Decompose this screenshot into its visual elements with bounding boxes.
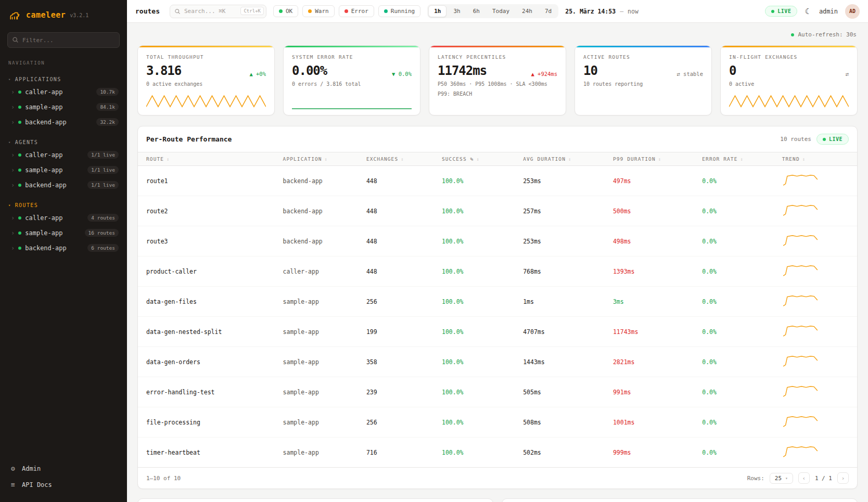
sort-icon: ↕ (740, 157, 744, 162)
trend-sparkline-icon (782, 264, 819, 277)
column-header-p99-duration[interactable]: P99 DURATION↕ (605, 152, 694, 166)
trend-sparkline-icon (782, 415, 819, 428)
cell-error-rate: 0.0% (694, 347, 773, 377)
sidebar-item-routes-backend-app[interactable]: › backend-app 6 routes (0, 240, 127, 255)
auto-refresh-label: Auto-refresh: 30s (798, 31, 857, 38)
column-header-exchanges[interactable]: EXCHANGES↕ (358, 152, 433, 166)
sidebar-filter-input[interactable] (7, 32, 120, 48)
column-header-success[interactable]: SUCCESS %↕ (433, 152, 515, 166)
chevron-right-icon: › (11, 119, 15, 126)
item-badge: 6 routes (87, 244, 119, 252)
sidebar-item-applications-caller-app[interactable]: › caller-app 10.7k (0, 84, 127, 99)
table-row-error-handling-test[interactable]: error-handling-test sample-app 239 100.0… (138, 377, 857, 407)
filter-chip-warn[interactable]: Warn (302, 5, 335, 17)
cell-avg-duration: 253ms (515, 166, 605, 196)
kpi-value: 3.816 (146, 65, 181, 77)
live-badge[interactable]: LIVE (765, 6, 797, 17)
cell-p99-duration: 1001ms (605, 407, 694, 437)
sidebar-item-applications-sample-app[interactable]: › sample-app 84.1k (0, 99, 127, 114)
cell-error-rate: 0.0% (694, 287, 773, 317)
section-header-routes[interactable]: ▾ ROUTES (0, 199, 127, 210)
cell-exchanges: 448 (358, 226, 433, 256)
sort-icon: ↕ (167, 157, 170, 162)
filter-chip-error[interactable]: Error (339, 5, 374, 17)
time-display[interactable]: 25. März 14:53 — now (565, 8, 639, 15)
app-logo[interactable]: cameleer v3.2.1 (0, 0, 127, 29)
filter-chip-ok[interactable]: OK (273, 5, 298, 17)
breadcrumb: routes (135, 7, 160, 15)
table-row-timer-heartbeat[interactable]: timer-heartbeat sample-app 716 100.0% 50… (138, 437, 857, 468)
cell-p99-duration: 497ms (605, 166, 694, 196)
kpi-delta: ▼ 0.0% (392, 71, 412, 77)
app-root: cameleer v3.2.1 NAVIGATION ▾ APPLICATION… (0, 0, 868, 502)
cell-success: 100.0% (433, 407, 515, 437)
table-row-product-caller[interactable]: product-caller caller-app 448 100.0% 768… (138, 256, 857, 287)
cell-avg-duration: 257ms (515, 196, 605, 226)
cell-error-rate: 0.0% (694, 437, 773, 468)
pagination-range: 1–10 of 10 (146, 475, 181, 482)
status-dot-icon (18, 91, 21, 94)
rows-per-page-select[interactable]: 25 ▾ (770, 473, 793, 484)
sidebar-item-agents-caller-app[interactable]: › caller-app 1/1 live (0, 147, 127, 162)
cell-success: 100.0% (433, 437, 515, 468)
cell-success: 100.0% (433, 377, 515, 407)
cell-application: sample-app (275, 377, 358, 407)
kpi-delta: ▲ +0% (249, 71, 266, 77)
dark-mode-toggle[interactable]: ☾ (805, 7, 811, 15)
table-row-route3[interactable]: route3 backend-app 448 100.0% 253ms 498m… (138, 226, 857, 256)
column-header-application[interactable]: APPLICATION↕ (275, 152, 358, 166)
app-version: v3.2.1 (70, 12, 88, 18)
section-header-agents[interactable]: ▾ AGENTS (0, 136, 127, 147)
range-button-today[interactable]: Today (487, 5, 515, 17)
table-row-data-gen-files[interactable]: data-gen-files sample-app 256 100.0% 1ms… (138, 287, 857, 317)
column-header-avg-duration[interactable]: AVG DURATION↕ (515, 152, 605, 166)
chevron-left-icon: ‹ (802, 475, 806, 482)
kpi-accent-bar (284, 46, 420, 47)
status-dot-icon (279, 9, 283, 13)
cell-route: data-gen-orders (138, 347, 275, 377)
table-row-data-gen-orders[interactable]: data-gen-orders sample-app 358 100.0% 14… (138, 347, 857, 377)
chevron-right-icon: › (11, 88, 15, 96)
range-button-1h[interactable]: 1h (428, 5, 446, 17)
table-row-route1[interactable]: route1 backend-app 448 100.0% 253ms 497m… (138, 166, 857, 196)
section-header-applications[interactable]: ▾ APPLICATIONS (0, 73, 127, 84)
page-indicator: 1 / 1 (815, 475, 832, 482)
filter-chip-running[interactable]: Running (378, 5, 420, 17)
sidebar-item-agents-sample-app[interactable]: › sample-app 1/1 live (0, 162, 127, 177)
sidebar-admin[interactable]: ⚙ Admin (0, 460, 127, 477)
table-row-file-processing[interactable]: file-processing sample-app 256 100.0% 50… (138, 407, 857, 437)
column-header-trend[interactable]: TREND↕ (774, 152, 857, 166)
time-separator: — (620, 8, 623, 15)
column-header-error-rate[interactable]: ERROR RATE↕ (694, 152, 773, 166)
search-box: Ctrl+K (170, 5, 266, 18)
sidebar-item-agents-backend-app[interactable]: › backend-app 1/1 live (0, 177, 127, 192)
avatar[interactable]: AD (845, 4, 860, 19)
trend-sparkline-icon (782, 203, 819, 217)
sidebar-item-applications-backend-app[interactable]: › backend-app 32.2k (0, 114, 127, 130)
next-page-button[interactable]: › (837, 472, 849, 484)
cell-success: 100.0% (433, 287, 515, 317)
sidebar-sections: ▾ APPLICATIONS › caller-app 10.7k › samp… (0, 67, 127, 255)
range-button-6h[interactable]: 6h (467, 5, 486, 17)
range-button-3h[interactable]: 3h (448, 5, 466, 17)
item-badge: 16 routes (85, 229, 119, 237)
topbar: routes Ctrl+K OK Warn Error Running 1h 3 (127, 0, 868, 23)
trend-sparkline-icon (782, 234, 819, 247)
range-button-7d[interactable]: 7d (539, 5, 557, 17)
chevron-right-icon: › (11, 182, 15, 189)
prev-page-button[interactable]: ‹ (798, 472, 810, 484)
trend-sparkline-icon (782, 294, 819, 307)
column-header-route[interactable]: ROUTE↕ (138, 152, 275, 166)
range-button-24h[interactable]: 24h (516, 5, 538, 17)
chevron-right-icon: › (11, 166, 15, 174)
cell-avg-duration: 768ms (515, 256, 605, 287)
cell-exchanges: 239 (358, 377, 433, 407)
cell-route: file-processing (138, 407, 275, 437)
table-row-data-gen-nested-split[interactable]: data-gen-nested-split sample-app 199 100… (138, 317, 857, 347)
chevron-right-icon: › (11, 244, 15, 252)
sidebar-item-routes-caller-app[interactable]: › caller-app 4 routes (0, 210, 127, 225)
sidebar-item-routes-sample-app[interactable]: › sample-app 16 routes (0, 225, 127, 240)
cell-route: data-gen-nested-split (138, 317, 275, 347)
table-row-route2[interactable]: route2 backend-app 448 100.0% 257ms 500m… (138, 196, 857, 226)
sidebar-api-docs[interactable]: ≡ API Docs (0, 477, 127, 493)
